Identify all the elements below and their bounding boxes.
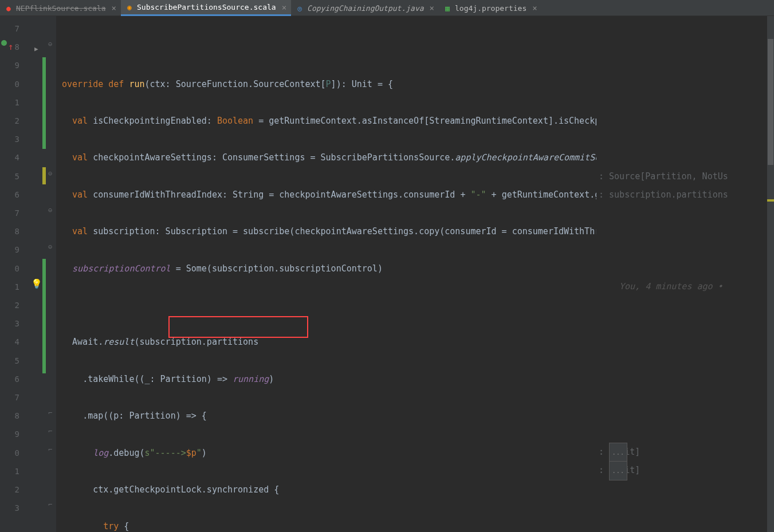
fold-minus-icon[interactable]: ⊖	[48, 40, 52, 48]
fold-end-icon[interactable]: ⌐	[48, 427, 52, 435]
intention-bulb-icon[interactable]: 💡	[31, 278, 40, 287]
fold-end-icon[interactable]: ⌐	[48, 409, 52, 417]
git-blame-label: You, 4 minutes ago •	[596, 277, 774, 295]
override-up-icon[interactable]: ↑	[8, 38, 14, 56]
code-line: try {	[58, 517, 774, 532]
inlay-hint: : ...[Unit]	[596, 443, 774, 461]
fold-column: ⊖ ⊖ ⊖ ⊖ ⌐ ⌐ ⌐ ⌐	[46, 16, 56, 532]
scrollbar-vertical[interactable]	[767, 16, 774, 532]
tab-copyingchaining[interactable]: ◎ CopyingChainingOutput.java ×	[291, 0, 439, 16]
inlay-hint: : Source[Partition, NotUs	[596, 167, 774, 186]
java-icon: ◎	[296, 4, 304, 12]
close-icon[interactable]: ×	[532, 3, 537, 13]
inlay-hint: : ...[Unit]	[596, 461, 774, 479]
tab-label: CopyingChainingOutput.java	[307, 4, 424, 13]
close-icon[interactable]: ×	[430, 3, 434, 13]
scrollbar-thumb[interactable]	[768, 39, 773, 165]
scala-icon: ●	[5, 4, 13, 12]
fold-end-icon[interactable]: ⌐	[48, 446, 52, 454]
tab-label: SubscribePartitionsSource.scala	[137, 3, 276, 11]
inlay-hint: : subscription.partitions	[596, 186, 774, 204]
code-line: ctx.getCheckpointLock.synchronized {	[58, 480, 774, 499]
tab-subscribepartitions[interactable]: ◉ SubscribePartitionsSource.scala ×	[121, 0, 291, 16]
tab-log4j[interactable]: ▦ log4j.properties ×	[439, 0, 542, 16]
fold-minus-icon[interactable]: ⊖	[48, 170, 52, 178]
tab-nepflinksource[interactable]: ● NEPflinkSource.scala ×	[0, 0, 121, 16]
scala-icon: ◉	[125, 3, 133, 11]
props-icon: ▦	[443, 4, 451, 12]
close-icon[interactable]: ×	[282, 3, 286, 12]
run-triangle-icon[interactable]: ▶	[34, 45, 38, 53]
close-icon[interactable]: ×	[112, 3, 116, 13]
fold-minus-icon[interactable]: ⊖	[48, 243, 52, 251]
fold-minus-icon[interactable]: ⊖	[48, 206, 52, 214]
marker-warning[interactable]	[767, 199, 774, 202]
editor-tabs: ● NEPflinkSource.scala × ◉ SubscribePart…	[0, 0, 774, 16]
gutter-stripes: ▶ 💡	[26, 16, 46, 532]
line-numbers: 7 8 9 0 1 2 3 4 5 6 7 8 9 0 1 2 3 4 5 6 …	[0, 16, 26, 532]
inlay-hints-panel: : Source[Partition, NotUs : subscription…	[596, 16, 774, 479]
tab-label: log4j.properties	[455, 4, 527, 13]
run-marker-icon[interactable]	[1, 40, 7, 46]
fold-end-icon[interactable]: ⌐	[48, 501, 52, 509]
tab-label: NEPflinkSource.scala	[16, 4, 106, 13]
